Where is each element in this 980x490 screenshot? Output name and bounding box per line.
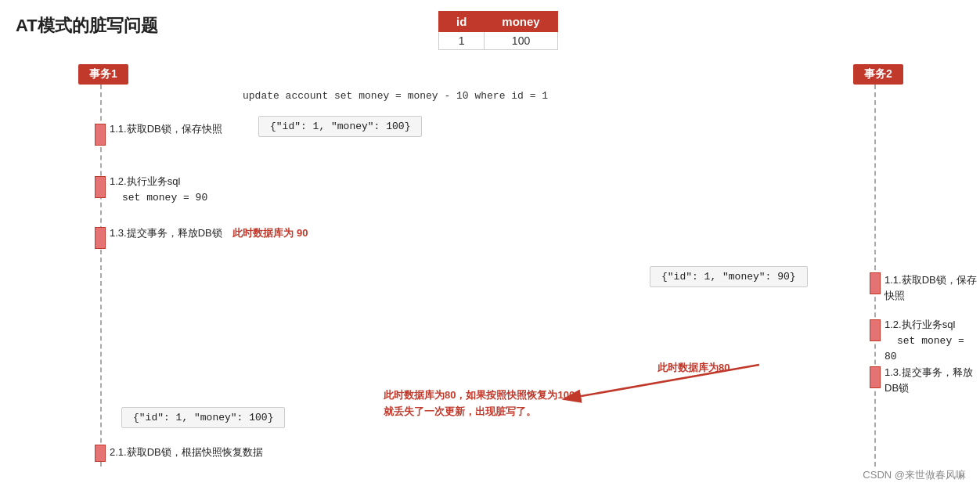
tx2-step2-block: [870, 319, 881, 341]
tx2-step2-text: 1.2.执行业务sql set money = 80: [885, 317, 980, 365]
tx1-step2-1-block: [95, 445, 106, 462]
tx2-step3-highlight: 此时数据库为80: [658, 360, 730, 376]
tx1-step2-1-databox: {"id": 1, "money": 100}: [121, 407, 285, 428]
tx2-step1-databox: {"id": 1, "money": 90}: [650, 266, 808, 287]
tx1-step1-text: 1.1.获取DB锁，保存快照: [110, 121, 222, 137]
tx1-step3-text: 1.3.提交事务，释放DB锁 此时数据库为 90: [110, 225, 308, 241]
tx2-label: 事务2: [853, 64, 903, 85]
tx1-step2-text: 1.2.执行业务sql set money = 90: [110, 174, 207, 205]
sql-statement: update account set money = money - 10 wh…: [243, 90, 548, 102]
watermark: CSDN @来世做春风嘛: [863, 468, 966, 482]
tx2-step3-block: [870, 366, 881, 388]
tx1-step1-databox: {"id": 1, "money": 100}: [258, 116, 422, 137]
db-table-cell-id: 1: [439, 32, 485, 50]
db-table-cell-money: 100: [485, 32, 557, 50]
tx1-step3-block: [95, 227, 106, 249]
db-table-header-money: money: [485, 12, 557, 32]
db-table: id money 1 100: [438, 11, 558, 50]
tx1-step2-1-text: 2.1.获取DB锁，根据快照恢复数据: [110, 445, 263, 460]
tx1-step2-block: [95, 176, 106, 198]
tx2-step1-text: 1.1.获取DB锁，保存快照: [885, 272, 980, 303]
tx1-label: 事务1: [78, 64, 128, 85]
tx2-step1-block: [870, 272, 881, 294]
tx1-step1-block: [95, 124, 106, 146]
note-text: 此时数据库为80，如果按照快照恢复为100，就丢失了一次更新，出现脏写了。: [384, 387, 585, 420]
tx2-step3-text: 1.3.提交事务，释放DB锁: [885, 365, 980, 395]
db-table-header-id: id: [439, 12, 485, 32]
